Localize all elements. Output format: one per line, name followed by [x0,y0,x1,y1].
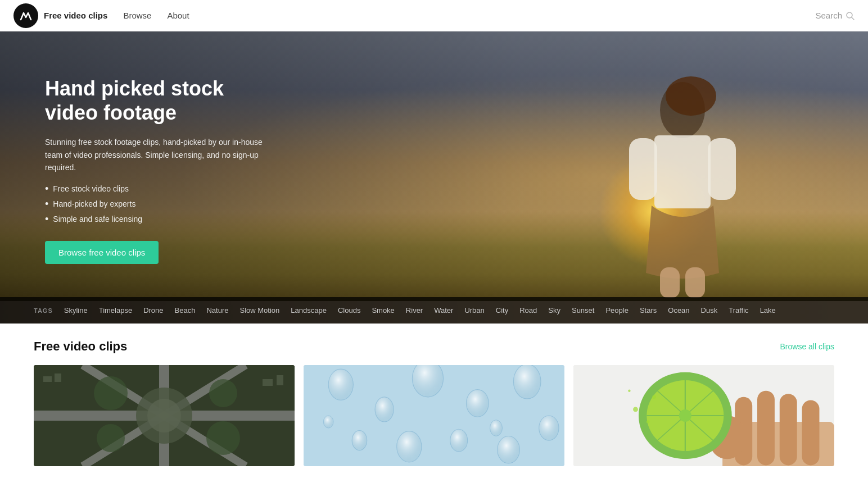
clip-card-lime[interactable] [573,365,834,466]
tag-road[interactable]: Road [519,306,537,315]
tag-water[interactable]: Water [434,306,453,315]
bullet-3: Simple and safe licensing [45,213,270,225]
svg-rect-38 [780,394,797,465]
svg-point-48 [652,395,656,399]
clip-card-water-drops[interactable] [304,365,564,466]
svg-rect-4 [654,135,711,208]
svg-point-50 [647,420,650,423]
nav-browse[interactable]: Browse [123,11,151,20]
clips-header: Free video clips Browse all clips [34,339,834,354]
browse-cta-button[interactable]: Browse free video clips [45,241,159,264]
svg-point-33 [490,420,502,436]
svg-point-32 [323,416,333,428]
search-bar: Search [815,11,855,20]
svg-point-3 [666,76,716,116]
clips-section: Free video clips Browse all clips [0,324,868,484]
tag-ocean[interactable]: Ocean [668,306,689,315]
tag-drone[interactable]: Drone [143,306,163,315]
tag-landscape[interactable]: Landscape [291,306,327,315]
clips-grid [34,365,834,466]
tag-skyline[interactable]: Skyline [64,306,88,315]
tag-timelapse[interactable]: Timelapse [99,306,132,315]
clips-section-title: Free video clips [34,339,127,354]
tag-clouds[interactable]: Clouds [338,306,360,315]
clip-lime-visual [573,365,834,466]
nav-about[interactable]: About [167,11,189,20]
svg-point-16 [206,421,240,455]
svg-point-30 [498,436,520,463]
svg-point-13 [94,376,128,410]
search-icon [846,11,855,20]
tag-sunset[interactable]: Sunset [572,306,594,315]
tag-dusk[interactable]: Dusk [701,306,718,315]
tag-stars[interactable]: Stars [640,306,657,315]
tag-urban[interactable]: Urban [464,306,484,315]
svg-point-12 [147,399,181,432]
svg-rect-39 [802,400,820,465]
tag-smoke[interactable]: Smoke [372,306,394,315]
hero-title: Hand picked stock video footage [45,76,270,125]
svg-point-14 [209,379,237,407]
svg-rect-17 [43,376,52,382]
logo-icon [13,3,38,28]
tags-label: TAGS [34,307,53,314]
tag-beach[interactable]: Beach [175,306,196,315]
svg-rect-6 [708,138,736,200]
svg-point-22 [328,369,353,400]
svg-rect-8 [685,267,705,298]
search-text: Search [815,11,842,20]
svg-point-27 [352,431,367,450]
browse-all-link[interactable]: Browse all clips [780,342,834,351]
site-name: Free video clips [44,11,107,20]
hero-content: Hand picked stock video footage Stunning… [0,31,315,264]
tag-nature[interactable]: Nature [206,306,228,315]
tag-people[interactable]: People [605,306,628,315]
clip-water-drops-visual [304,365,564,466]
hero-section: Hand picked stock video footage Stunning… [0,31,868,324]
tag-traffic[interactable]: Traffic [729,306,748,315]
svg-point-25 [466,390,489,417]
tag-lake[interactable]: Lake [760,306,776,315]
svg-point-49 [633,407,638,412]
svg-point-28 [397,431,422,462]
svg-line-1 [852,17,854,20]
svg-point-29 [450,429,468,452]
svg-point-51 [628,390,630,392]
bullet-2: Hand-picked by experts [45,198,270,210]
bullet-1: Free stock video clips [45,183,270,195]
tag-river[interactable]: River [406,306,423,315]
hero-person-image [587,65,778,301]
svg-point-47 [679,409,691,422]
hero-subtitle: Stunning free stock footage clips, hand-… [45,136,270,174]
svg-rect-37 [757,391,775,466]
svg-rect-18 [55,373,61,382]
svg-point-26 [513,365,541,399]
tag-sky[interactable]: Sky [548,306,560,315]
svg-point-15 [97,424,125,452]
site-header: Free video clips Browse About Search [0,0,868,31]
svg-rect-7 [660,267,680,298]
main-nav: Browse About [123,11,189,20]
tag-slow-motion[interactable]: Slow Motion [239,306,279,315]
logo-link[interactable]: Free video clips [13,3,107,28]
svg-point-23 [375,397,394,422]
svg-point-31 [539,416,559,440]
svg-rect-20 [277,375,283,385]
svg-rect-5 [629,138,657,200]
hero-bullet-list: Free stock video clips Hand-picked by ex… [45,183,270,225]
tags-bar: TAGS Skyline Timelapse Drone Beach Natur… [0,297,868,324]
clip-aerial-visual [34,365,295,466]
svg-rect-19 [263,379,273,386]
clip-card-aerial[interactable] [34,365,295,466]
tag-city[interactable]: City [496,306,508,315]
